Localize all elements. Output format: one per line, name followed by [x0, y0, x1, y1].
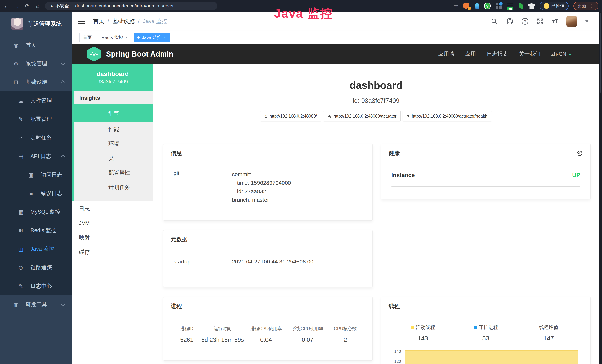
process-col-uptime: 运行时间 6d 23h 15m 59s	[200, 326, 245, 343]
sba-brand-title[interactable]: Spring Boot Admin	[106, 50, 173, 58]
profile-paused-badge[interactable]: 已暂停	[540, 2, 569, 10]
extension-icon-y[interactable]	[484, 3, 491, 9]
sidebar-item-dev-tools[interactable]: ▥ 研发工具	[0, 295, 72, 314]
service-url-button[interactable]: ⌂ http://192.168.0.2:48080/	[260, 111, 321, 121]
sba-locale-selector[interactable]: zh-CN	[551, 51, 571, 57]
sba-insights-group: Insights 细节 性能 环境 类 配置属性 计划任务	[72, 91, 153, 201]
user-menu-caret-icon[interactable]	[585, 20, 589, 22]
extensions-puzzle-icon[interactable]	[528, 3, 535, 9]
process-col-syscpu: 系统CPU使用率 0.07	[287, 326, 328, 343]
sidebar-item-infrastructure[interactable]: ⊡ 基础设施	[0, 73, 72, 91]
sidebar-item-log-center[interactable]: ✎ 日志中心	[0, 277, 72, 295]
top-navbar: 首页 / 基础设施 / Java 监控 ? тT	[72, 12, 599, 31]
tag-home[interactable]: 首页	[79, 33, 95, 42]
security-label[interactable]: 不安全	[56, 3, 69, 9]
page-url[interactable]: dashboard.yudao.iocoder.cn/infra/admin-s…	[75, 3, 174, 9]
heartbeat-icon: ♥	[407, 114, 409, 119]
process-header: 运行时间	[200, 326, 245, 332]
sidebar-item-mysql-monitor[interactable]: ▦ MySQL 监控	[0, 203, 72, 221]
sidebar-item-tracing[interactable]: ⊙ 链路追踪	[0, 258, 72, 277]
user-avatar[interactable]	[566, 16, 577, 27]
monitor-icon: ⊡	[13, 79, 19, 86]
tag-close-icon[interactable]: ×	[125, 35, 128, 40]
sidebar-item-system-mgmt[interactable]: ⚙ 系统管理	[0, 54, 72, 73]
browser-update-button[interactable]: 更新 ⋮	[573, 2, 598, 10]
sba-nav-mappings[interactable]: 映射	[72, 230, 153, 245]
sba-instance-id: 93a3fc7f7409	[97, 79, 128, 85]
gear-icon: ⚙	[13, 60, 19, 67]
sidebar-toggle-icon[interactable]	[78, 19, 85, 24]
sidebar-item-config-mgmt[interactable]: ✎ 配置管理	[0, 110, 72, 128]
sba-nav-scheduled-tasks[interactable]: 计划任务	[74, 180, 153, 194]
sidebar-item-error-logs[interactable]: ▣ 错误日志	[0, 184, 72, 203]
screen: ← → ⟳ ⌂ ▲ 不安全 | dashboard.yudao.iocoder.…	[0, 0, 602, 364]
legend-label: 活动线程	[416, 324, 435, 331]
bookmark-star-icon[interactable]: ☆	[453, 3, 459, 9]
content-left-column: 信息 git commit: time: 1596289704000 id: 2…	[163, 144, 373, 364]
browser-forward-icon[interactable]: →	[13, 3, 21, 9]
extension-icon-pin[interactable]	[475, 3, 479, 9]
threads-card: 线程 活动线程 143	[381, 297, 591, 364]
sidebar-item-redis-monitor[interactable]: ≋ Redis 监控	[0, 221, 72, 240]
extension-icon-leaf[interactable]	[519, 3, 523, 9]
sidebar-item-api-logs[interactable]: ▤ API 日志	[0, 147, 72, 166]
actuator-url-button[interactable]: http://192.168.0.2:48080/actuator	[323, 111, 401, 121]
sba-menu-applications[interactable]: 应用	[465, 50, 476, 58]
extension-icon-orange[interactable]	[463, 3, 470, 9]
tags-view-bar: 首页 Redis 监控 × Java 监控 ×	[72, 31, 599, 44]
breadcrumb-current: Java 监控	[143, 17, 167, 25]
sidebar-item-scheduled-tasks[interactable]: ◔ 定时任务	[0, 128, 72, 147]
fullscreen-icon[interactable]	[537, 18, 544, 25]
process-col-cpu: 进程CPU使用率 0.04	[245, 326, 287, 343]
legend-value: 147	[543, 335, 554, 342]
address-bar[interactable]: ▲ 不安全 | dashboard.yudao.iocoder.cn/infra…	[45, 2, 217, 10]
tag-close-icon[interactable]: ×	[163, 35, 166, 40]
chevron-up-icon	[61, 154, 65, 158]
process-header: 进程CPU使用率	[245, 326, 287, 332]
browser-back-icon[interactable]: ←	[3, 3, 10, 9]
app-logo-row[interactable]: 芋道管理系统	[0, 12, 72, 36]
history-icon[interactable]	[577, 150, 583, 157]
breadcrumb-infrastructure[interactable]: 基础设施	[112, 17, 135, 25]
browser-home-icon[interactable]: ⌂	[34, 3, 42, 9]
sba-nav-config-props[interactable]: 配置属性	[74, 165, 153, 180]
eye-icon: ⊙	[17, 264, 24, 271]
git-id-line: id: 27aa832	[232, 187, 362, 196]
sba-menu-journal[interactable]: 日志报表	[487, 50, 508, 58]
sba-instance-header[interactable]: dashboard 93a3fc7f7409	[72, 64, 153, 91]
sba-nav-logs[interactable]: 日志	[72, 201, 153, 216]
sidebar-item-java-monitor[interactable]: ◫ Java 监控	[0, 240, 72, 258]
sba-nav-environment[interactable]: 环境	[74, 137, 153, 151]
legend-label: 线程峰值	[539, 324, 558, 331]
sba-nav-jvm[interactable]: JVM	[72, 216, 153, 230]
metadata-card-title: 元数据	[171, 236, 187, 243]
tag-redis-monitor[interactable]: Redis 监控 ×	[98, 33, 131, 42]
browser-reload-icon[interactable]: ⟳	[23, 3, 31, 9]
metadata-value: 2021-04-27T00:44:31.254+08:00	[232, 258, 362, 265]
sba-nav-metrics[interactable]: 性能	[74, 122, 153, 137]
browser-menu-dots-icon[interactable]: ⋮	[589, 3, 594, 9]
breadcrumb-home[interactable]: 首页	[93, 17, 104, 25]
sidebar-item-home[interactable]: ◉ 首页	[0, 36, 72, 54]
sba-menu-about[interactable]: 关于我们	[519, 50, 540, 58]
sidebar-item-file-mgmt[interactable]: ☁ 文件管理	[0, 91, 72, 110]
health-url-button[interactable]: ♥ http://192.168.0.2:48080/actuator/heal…	[402, 111, 492, 121]
search-icon[interactable]	[491, 18, 498, 25]
sidebar-item-access-logs[interactable]: ▣ 访问日志	[0, 166, 72, 184]
sba-nav-details[interactable]: 细节	[72, 104, 153, 122]
sidebar-item-label: 错误日志	[41, 190, 62, 197]
browser-scrollbar[interactable]	[599, 12, 602, 364]
log-icon: ▣	[28, 190, 34, 197]
scrollbar-thumb[interactable]	[600, 13, 602, 93]
help-icon[interactable]: ?	[522, 18, 528, 25]
sba-menu-wallboard[interactable]: 应用墙	[438, 50, 454, 58]
y-tick-140: 140	[391, 349, 401, 354]
sba-nav-classes[interactable]: 类	[74, 151, 153, 165]
extension-icon-on-switch[interactable]	[507, 3, 514, 9]
github-icon[interactable]	[506, 18, 514, 25]
font-size-icon[interactable]: тT	[552, 18, 558, 24]
sba-nav-caches[interactable]: 缓存	[72, 245, 153, 259]
threads-legend: 活动线程 143 守护进程 53	[391, 324, 580, 342]
extension-icon-grid[interactable]	[495, 3, 502, 9]
tag-java-monitor[interactable]: Java 监控 ×	[134, 33, 170, 42]
